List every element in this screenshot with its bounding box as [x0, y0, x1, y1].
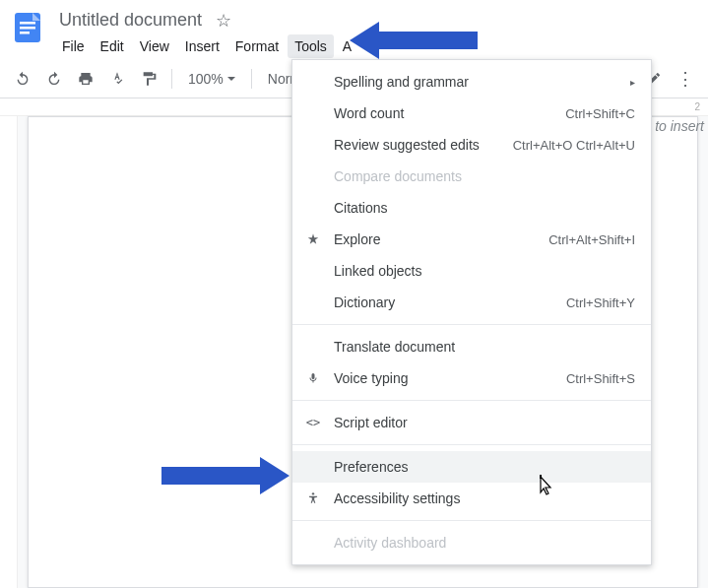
- menu-word-count[interactable]: Word count Ctrl+Shift+C: [292, 98, 651, 129]
- menu-linked-objects[interactable]: Linked objects: [292, 255, 651, 287]
- explore-icon: [302, 229, 324, 249]
- menu-spelling-grammar[interactable]: Spelling and grammar ▸: [292, 66, 651, 98]
- menu-compare-documents: Compare documents: [292, 161, 651, 192]
- blank-icon: [302, 72, 324, 92]
- menu-separator: [292, 444, 651, 445]
- toolbar-separator: [171, 69, 172, 89]
- svg-rect-7: [540, 475, 542, 479]
- menu-format[interactable]: Format: [228, 34, 286, 58]
- menu-explore[interactable]: Explore Ctrl+Alt+Shift+I: [292, 224, 651, 255]
- print-button[interactable]: [73, 66, 98, 92]
- menu-label: Review suggested edits: [334, 137, 513, 153]
- menu-label: Explore: [334, 231, 548, 247]
- toolbar-separator: [251, 69, 252, 89]
- menu-separator: [292, 400, 651, 401]
- menu-separator: [292, 520, 651, 521]
- menu-script-editor[interactable]: <> Script editor: [292, 407, 651, 438]
- menu-citations[interactable]: Citations: [292, 192, 651, 224]
- blank-icon: [302, 457, 324, 477]
- menu-dictionary[interactable]: Dictionary Ctrl+Shift+Y: [292, 287, 651, 318]
- menu-voice-typing[interactable]: Voice typing Ctrl+Shift+S: [292, 362, 651, 394]
- svg-rect-1: [20, 22, 35, 25]
- tools-dropdown: Spelling and grammar ▸ Word count Ctrl+S…: [291, 59, 652, 565]
- menu-accessibility[interactable]: Accessibility settings: [292, 483, 651, 514]
- menu-separator: [292, 324, 651, 325]
- menu-label: Script editor: [334, 415, 635, 430]
- shortcut-label: Ctrl+Alt+Shift+I: [548, 232, 635, 247]
- menu-label: Compare documents: [334, 168, 635, 184]
- annotation-arrow-preferences: [161, 453, 290, 498]
- blank-icon: [302, 103, 324, 123]
- ruler-tick: 2: [694, 101, 700, 112]
- menu-label: Accessibility settings: [334, 490, 635, 506]
- menu-label: Linked objects: [334, 263, 635, 279]
- paint-format-button[interactable]: [136, 66, 161, 92]
- menu-label: Preferences: [334, 459, 635, 475]
- spellcheck-button[interactable]: [104, 66, 130, 92]
- menu-insert[interactable]: Insert: [178, 34, 226, 58]
- menu-review-suggested[interactable]: Review suggested edits Ctrl+Alt+O Ctrl+A…: [292, 129, 651, 161]
- blank-icon: [302, 533, 324, 553]
- docs-logo[interactable]: [8, 8, 47, 47]
- menu-label: Translate document: [334, 339, 635, 355]
- shortcut-label: Ctrl+Shift+C: [565, 106, 635, 121]
- vertical-ruler[interactable]: [0, 116, 18, 588]
- more-button[interactable]: ⋮: [673, 66, 698, 92]
- shortcut-label: Ctrl+Shift+S: [566, 371, 635, 386]
- svg-rect-2: [20, 27, 35, 30]
- blank-icon: [302, 198, 324, 218]
- document-title[interactable]: Untitled document: [55, 8, 206, 33]
- hint-text: to insert: [655, 118, 704, 134]
- menu-label: Dictionary: [334, 294, 566, 310]
- menu-label: Activity dashboard: [334, 535, 635, 551]
- menu-label: Spelling and grammar: [334, 74, 622, 90]
- shortcut-label: Ctrl+Alt+O Ctrl+Alt+U: [513, 138, 635, 153]
- menu-label: Voice typing: [334, 370, 566, 386]
- blank-icon: [302, 293, 324, 312]
- menu-translate[interactable]: Translate document: [292, 331, 651, 362]
- annotation-arrow-tools: [350, 18, 478, 63]
- shortcut-label: Ctrl+Shift+Y: [566, 295, 635, 310]
- zoom-value: 100%: [188, 71, 224, 87]
- accessibility-icon: [302, 489, 324, 508]
- menu-preferences[interactable]: Preferences: [292, 451, 651, 483]
- undo-button[interactable]: [10, 66, 35, 92]
- menu-view[interactable]: View: [133, 34, 176, 58]
- star-icon[interactable]: ☆: [216, 12, 231, 30]
- menu-file[interactable]: File: [55, 34, 92, 58]
- svg-rect-3: [20, 32, 30, 34]
- svg-point-4: [312, 492, 314, 494]
- svg-marker-6: [161, 457, 290, 494]
- submenu-arrow-icon: ▸: [630, 77, 635, 88]
- svg-marker-5: [350, 22, 478, 59]
- microphone-icon: [302, 368, 324, 388]
- zoom-select[interactable]: 100%: [182, 71, 241, 87]
- blank-icon: [302, 166, 324, 186]
- blank-icon: [302, 261, 324, 281]
- menu-activity-dashboard: Activity dashboard: [292, 527, 651, 558]
- menu-edit[interactable]: Edit: [94, 34, 131, 58]
- menu-label: Citations: [334, 200, 635, 216]
- code-icon: <>: [302, 413, 324, 432]
- blank-icon: [302, 337, 324, 357]
- mouse-cursor-icon: [535, 475, 554, 501]
- blank-icon: [302, 135, 324, 155]
- menu-label: Word count: [334, 105, 565, 121]
- caret-icon: [227, 77, 235, 81]
- menu-tools[interactable]: Tools: [288, 34, 334, 58]
- redo-button[interactable]: [41, 66, 67, 92]
